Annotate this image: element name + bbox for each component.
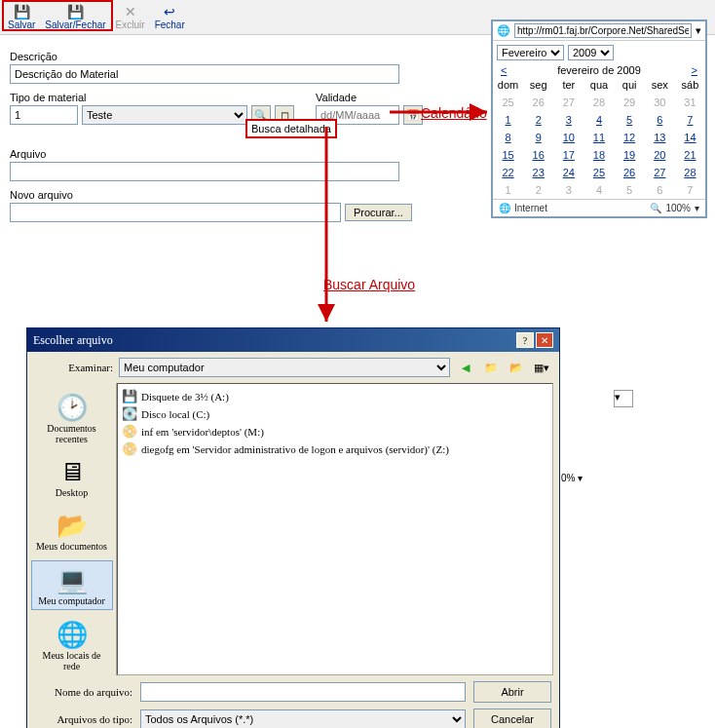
calendar-day[interactable]: 2 <box>523 111 553 129</box>
place-item[interactable]: 🕑Documentos recentes <box>31 389 113 447</box>
calendar-day[interactable]: 6 <box>645 181 675 199</box>
month-select[interactable]: Fevereiro <box>497 45 564 60</box>
calendar-url-input[interactable] <box>514 23 692 38</box>
dropdown-icon[interactable]: ▾ <box>696 24 701 37</box>
calendar-day[interactable]: 3 <box>553 111 583 129</box>
dow-header: qui <box>615 76 645 94</box>
place-item[interactable]: 📂Meus documentos <box>31 507 113 555</box>
drive-icon: 💽 <box>122 406 137 422</box>
place-label: Meus locais de rede <box>34 650 110 671</box>
calendar-day[interactable]: 30 <box>645 94 675 111</box>
salvar-fechar-button[interactable]: 💾Salvar/Fechar <box>41 2 109 32</box>
file-item[interactable]: 📀inf em 'servidor\deptos' (M:) <box>122 423 548 441</box>
salvar-button[interactable]: 💾Salvar <box>4 2 39 32</box>
calendar-day[interactable]: 6 <box>645 111 675 129</box>
calendar-day[interactable]: 8 <box>493 129 523 146</box>
calendar-day[interactable]: 28 <box>583 94 614 111</box>
place-item[interactable]: 🌐Meus locais de rede <box>31 616 113 674</box>
calendar-day[interactable]: 16 <box>523 146 553 164</box>
dow-header: qua <box>583 76 614 94</box>
calendar-day[interactable]: 1 <box>493 111 523 129</box>
security-zone: 🌐Internet <box>499 203 547 213</box>
calendar-day[interactable]: 2 <box>523 181 553 199</box>
calendar-day[interactable]: 5 <box>615 111 645 129</box>
file-list[interactable]: 💾Disquete de 3½ (A:)💽Disco local (C:)📀in… <box>117 383 553 675</box>
calendar-day[interactable]: 28 <box>675 164 705 181</box>
file-label: diegofg em 'Servidor administrativo de l… <box>141 443 449 455</box>
calendar-day[interactable]: 11 <box>583 129 614 146</box>
file-item[interactable]: 💽Disco local (C:) <box>122 405 548 423</box>
calendar-day[interactable]: 26 <box>523 94 553 111</box>
novo-arquivo-input[interactable] <box>10 203 341 222</box>
view-menu-button[interactable]: ▦▾ <box>532 358 551 377</box>
dow-header: sáb <box>675 76 705 94</box>
zoom-control[interactable]: 🔍100%▾ <box>650 203 699 213</box>
abrir-button[interactable]: Abrir <box>473 681 551 703</box>
calendar-day[interactable]: 1 <box>493 181 523 199</box>
calendar-day[interactable]: 29 <box>615 94 645 111</box>
file-item[interactable]: 📀diegofg em 'Servidor administrativo de … <box>122 441 548 458</box>
calendar-day[interactable]: 15 <box>493 146 523 164</box>
calendar-day[interactable]: 27 <box>645 164 675 181</box>
fechar-label: Fechar <box>155 19 185 30</box>
calendar-day[interactable]: 3 <box>553 181 583 199</box>
calendar-day[interactable]: 5 <box>615 181 645 199</box>
tipo-code-input[interactable] <box>10 105 78 125</box>
calendar-day[interactable]: 17 <box>553 146 583 164</box>
descricao-input[interactable] <box>10 64 399 84</box>
calendar-day[interactable]: 13 <box>645 129 675 146</box>
up-button[interactable]: 📁 <box>481 358 501 377</box>
file-label: inf em 'servidor\deptos' (M:) <box>141 426 264 438</box>
hidden-zoom: 0% ▾ <box>561 473 583 483</box>
arquivo-input[interactable] <box>10 162 399 181</box>
examinar-label: Examinar: <box>35 362 113 373</box>
calendar-day[interactable]: 24 <box>553 164 583 181</box>
prev-month-link[interactable]: < <box>501 64 507 76</box>
calendar-day[interactable]: 18 <box>583 146 614 164</box>
place-item[interactable]: 💻Meu computador <box>31 560 113 610</box>
cancelar-button[interactable]: Cancelar <box>473 709 551 728</box>
calendar-popup: 🌐 ▾ Fevereiro 2009 < fevereiro de 2009 >… <box>491 19 707 218</box>
calendar-day[interactable]: 26 <box>615 164 645 181</box>
calendar-day[interactable]: 25 <box>583 164 614 181</box>
calendar-url-bar: 🌐 ▾ <box>493 21 705 41</box>
calendar-day[interactable]: 23 <box>523 164 553 181</box>
calendar-day[interactable]: 27 <box>553 94 583 111</box>
place-label: Meu computador <box>38 595 105 606</box>
calendar-day[interactable]: 7 <box>675 111 705 129</box>
salvar-label: Salvar <box>8 19 35 30</box>
calendar-day[interactable]: 19 <box>615 146 645 164</box>
calendar-day[interactable]: 22 <box>493 164 523 181</box>
place-item[interactable]: 🖥Desktop <box>31 453 113 501</box>
calendar-day[interactable]: 31 <box>675 94 705 111</box>
excluir-button[interactable]: ✕Excluir <box>112 2 149 32</box>
back-button[interactable]: ◀ <box>456 358 475 377</box>
file-item[interactable]: 💾Disquete de 3½ (A:) <box>122 388 548 405</box>
zone-label: Internet <box>514 203 547 213</box>
hidden-dropdown[interactable]: ▾ <box>614 390 633 407</box>
calendar-day[interactable]: 4 <box>583 181 614 199</box>
next-month-link[interactable]: > <box>692 64 697 76</box>
help-button[interactable]: ? <box>516 332 534 348</box>
globe-icon: 🌐 <box>499 203 510 213</box>
new-folder-button[interactable]: 📂 <box>507 358 526 377</box>
fechar-button[interactable]: ↩Fechar <box>151 2 189 32</box>
close-button[interactable]: ✕ <box>536 332 553 348</box>
calendar-day[interactable]: 9 <box>523 129 553 146</box>
calendar-day[interactable]: 25 <box>493 94 523 111</box>
calendar-day[interactable]: 21 <box>675 146 705 164</box>
calendar-day[interactable]: 12 <box>615 129 645 146</box>
calendar-day[interactable]: 14 <box>675 129 705 146</box>
calendar-day[interactable]: 20 <box>645 146 675 164</box>
arquivos-tipo-select[interactable]: Todos os Arquivos (*.*) <box>140 709 466 728</box>
nome-arquivo-input[interactable] <box>140 682 466 702</box>
calendar-day[interactable]: 4 <box>583 111 614 129</box>
zoom-icon: 🔍 <box>650 203 661 213</box>
calendar-day[interactable]: 7 <box>675 181 705 199</box>
procurar-button[interactable]: Procurar... <box>345 204 412 221</box>
examinar-select[interactable]: Meu computador <box>119 358 450 377</box>
arrow-buscar-arquivo <box>312 127 341 331</box>
tipo-select[interactable]: Teste <box>82 105 247 125</box>
year-select[interactable]: 2009 <box>568 45 614 60</box>
calendar-day[interactable]: 10 <box>553 129 583 146</box>
